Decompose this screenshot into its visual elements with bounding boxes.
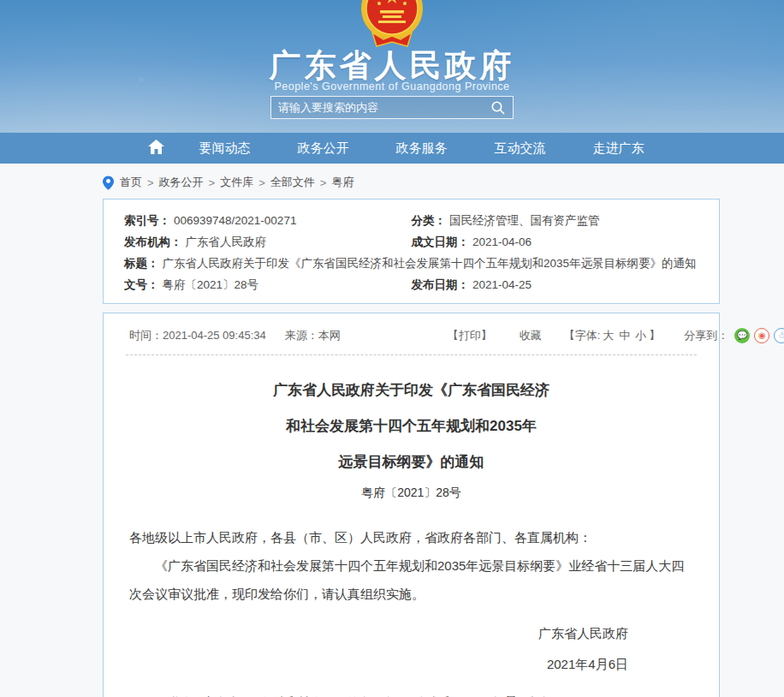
share-label: 分享到： — [684, 328, 728, 343]
meta-category: 分类：国民经济管理、国有资产监管 — [412, 210, 699, 231]
article-time: 时间：2021-04-25 09:45:34 — [129, 328, 266, 343]
article-paragraph: 各地级以上市人民政府，各县（市、区）人民政府，省政府各部门、各直属机构： — [129, 523, 693, 551]
search-box[interactable] — [270, 96, 514, 119]
meta-index-number: 索引号：006939748/2021-00271 — [124, 210, 412, 231]
breadcrumb-separator: > — [258, 176, 265, 189]
meta-doc-number: 文号：粤府〔2021〕28号 — [124, 274, 412, 295]
article-box: 时间：2021-04-25 09:45:34 来源：本网 【打印】 收藏 【字体… — [103, 313, 720, 697]
font-size-small-button[interactable]: 小 — [635, 329, 646, 342]
meta-label: 分类： — [412, 214, 447, 227]
breadcrumb-gov-affairs[interactable]: 政务公开 — [159, 175, 204, 190]
article-source: 来源：本网 — [285, 328, 341, 343]
signature-date: 2021年4月6日 — [124, 649, 628, 680]
site-subtitle: People's Government of Guangdong Provinc… — [0, 80, 784, 92]
location-pin-icon — [103, 176, 114, 190]
article-title-line: 广东省人民政府关于印发《广东省国民经济 — [124, 372, 698, 408]
signature-name: 广东省人民政府 — [124, 618, 628, 649]
qq-share-icon[interactable]: ☃ — [774, 328, 784, 343]
print-button[interactable]: 【打印】 — [448, 328, 492, 343]
meta-value: 006939748/2021-00271 — [174, 214, 296, 227]
breadcrumb-separator: > — [209, 176, 216, 189]
breadcrumb: 首页 > 政务公开 > 文件库 > 全部文件 > 粤府 — [103, 173, 353, 192]
search-icon[interactable] — [490, 100, 506, 116]
meta-value: 2021-04-06 — [472, 235, 532, 248]
search-input[interactable] — [278, 101, 490, 114]
meta-value: 粤府〔2021〕28号 — [163, 278, 259, 291]
article-title-line: 远景目标纲要》的通知 — [124, 444, 698, 480]
font-label-prefix: 【字体: — [564, 329, 601, 342]
breadcrumb-home[interactable]: 首页 — [120, 175, 142, 190]
nav-item-news[interactable]: 要闻动态 — [175, 140, 274, 157]
breadcrumb-all-files[interactable]: 全部文件 — [270, 175, 315, 190]
meta-label: 索引号： — [124, 214, 170, 227]
home-icon — [148, 140, 164, 154]
meta-label: 发布机构： — [124, 235, 182, 248]
article-paragraph: 《广东省国民经济和社会发展第十四个五年规划和2035年远景目标纲要》业经省十三届… — [129, 551, 693, 608]
nav-item-gov-affairs[interactable]: 政务公开 — [274, 140, 372, 157]
meta-title: 标题：广东省人民政府关于印发《广东省国民经济和社会发展第十四个五年规划和2035… — [124, 253, 698, 274]
nav-item-services[interactable]: 政务服务 — [372, 140, 471, 157]
meta-label: 发布日期： — [412, 278, 470, 291]
font-label-suffix: 】 — [649, 329, 660, 342]
article-body: 各地级以上市人民政府，各县（市、区）人民政府，省政府各部门、各直属机构： 《广东… — [124, 523, 698, 608]
wechat-share-icon[interactable]: 💬 — [734, 328, 750, 343]
meta-written-date: 成文日期：2021-04-06 — [412, 231, 699, 253]
site-header: 广东省人民政府 People's Government of Guangdong… — [0, 0, 784, 133]
meta-value: 广东省人民政府 — [186, 235, 267, 248]
meta-value: 广东省人民政府关于印发《广东省国民经济和社会发展第十四个五年规划和2035年远景… — [163, 257, 697, 270]
nav-home[interactable] — [137, 140, 175, 158]
document-meta-box: 索引号：006939748/2021-00271 分类：国民经济管理、国有资产监… — [103, 199, 720, 304]
breadcrumb-separator: > — [147, 176, 154, 189]
font-size-control: 【字体:大中小】 — [564, 328, 661, 343]
meta-publish-date: 发布日期：2021-04-25 — [412, 274, 699, 295]
article-toolbar: 时间：2021-04-25 09:45:34 来源：本网 【打印】 收藏 【字体… — [124, 317, 698, 354]
article-title: 广东省人民政府关于印发《广东省国民经济 和社会发展第十四个五年规划和2035年 … — [124, 372, 698, 480]
meta-value: 2021-04-25 — [472, 278, 532, 291]
share-control: 分享到： 💬 ◉ ☃ ★ — [684, 328, 784, 343]
main-nav: 要闻动态 政务公开 政务服务 互动交流 走进广东 — [0, 133, 784, 164]
nav-item-interaction[interactable]: 互动交流 — [471, 140, 569, 157]
breadcrumb-separator: > — [320, 176, 327, 189]
meta-label: 成文日期： — [412, 235, 470, 248]
article-title-line: 和社会发展第十四个五年规划和2035年 — [124, 408, 698, 444]
national-emblem-icon — [360, 0, 424, 51]
article-doc-number: 粤府〔2021〕28号 — [124, 486, 698, 501]
favorite-button[interactable]: 收藏 — [520, 328, 542, 343]
breadcrumb-yuefu[interactable]: 粤府 — [331, 175, 353, 190]
share-icons: 💬 ◉ ☃ ★ — [730, 328, 784, 343]
font-size-medium-button[interactable]: 中 — [619, 329, 630, 342]
article-signature: 广东省人民政府 2021年4月6日 — [124, 618, 698, 680]
breadcrumb-file-library[interactable]: 文件库 — [220, 175, 253, 190]
meta-label: 文号： — [124, 278, 159, 291]
weibo-share-icon[interactable]: ◉ — [754, 328, 769, 343]
meta-value: 国民经济管理、国有资产监管 — [449, 214, 600, 227]
meta-label: 标题： — [124, 257, 159, 270]
meta-issuing-agency: 发布机构：广东省人民政府 — [124, 231, 412, 253]
font-size-large-button[interactable]: 大 — [603, 329, 614, 342]
nav-item-about-guangdong[interactable]: 走进广东 — [569, 140, 668, 157]
toolbar-divider — [126, 354, 697, 355]
